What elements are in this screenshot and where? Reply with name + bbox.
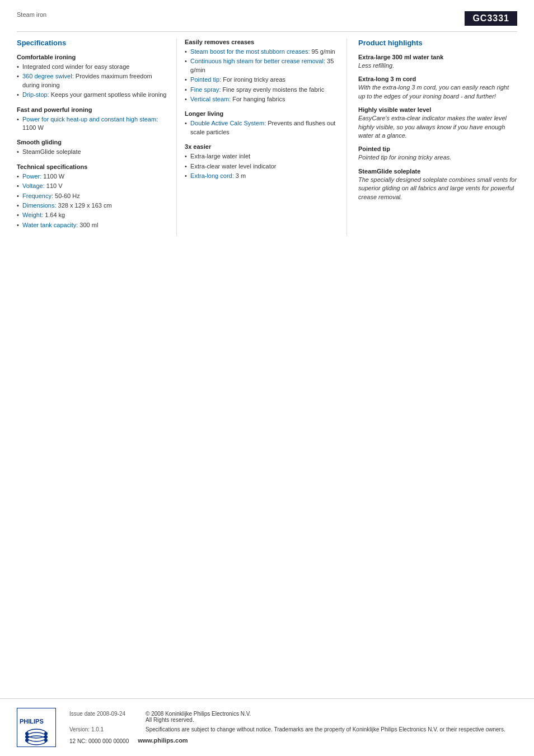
spec-group-gliding-title: Smooth gliding: [17, 139, 168, 145]
spec-link: Voltage:: [22, 182, 45, 189]
highlights-list: Extra-large 300 ml water tank Less refil…: [358, 54, 517, 201]
spec-link: Pointed tip:: [190, 76, 221, 83]
spec-link: Water tank capacity:: [22, 222, 78, 228]
spec-item: Continuous high steam for better crease …: [185, 57, 339, 74]
spec-item: Power: 1100 W: [17, 172, 168, 181]
spec-list-gliding: SteamGlide soleplate: [17, 148, 168, 156]
svg-point-6: [25, 735, 29, 739]
spec-group-creases: Easily removes creases Steam boost for t…: [185, 39, 339, 104]
svg-text:PHILIPS: PHILIPS: [20, 718, 44, 725]
spec-item: Frequency: 50-60 Hz: [17, 192, 168, 200]
features-column: Easily removes creases Steam boost for t…: [177, 39, 347, 236]
spec-item: Power for quick heat-up and constant hig…: [17, 115, 168, 133]
highlight-item-desc: The specially designed soleplate combine…: [358, 176, 517, 201]
spec-link: Extra-long cord:: [190, 172, 234, 179]
spec-link: Dimensions:: [22, 202, 57, 209]
spec-list-longer-living: Double Active Calc System: Prevents and …: [185, 119, 339, 137]
footer: PHILIPS Issue date 2008-09-24: [0, 698, 534, 756]
spec-group-longer-living-title: Longer living: [185, 110, 339, 117]
spec-item: Steam boost for the most stubborn crease…: [185, 48, 339, 56]
spec-item: Fine spray: Fine spray evenly moistens t…: [185, 86, 339, 94]
spec-item: Voltage: 110 V: [17, 182, 168, 190]
spec-group-comfortable-title: Comfortable ironing: [17, 54, 168, 60]
spec-item: Drip-stop: Keeps your garment spotless w…: [17, 91, 168, 99]
spec-link: Fine spray:: [190, 86, 221, 93]
highlight-item-title: SteamGlide soleplate: [358, 168, 517, 175]
spec-link: Power:: [22, 173, 41, 180]
footer-issue-row: Issue date 2008-09-24 © 2008 Koninklijke…: [69, 711, 517, 723]
spec-link: Drip-stop:: [22, 91, 49, 98]
spec-group-creases-title: Easily removes creases: [185, 39, 339, 45]
spec-item: Extra-long cord: 3 m: [185, 172, 339, 180]
spec-link: Weight:: [22, 212, 43, 218]
spec-item: SteamGlide soleplate: [17, 148, 168, 156]
product-label: Steam iron: [17, 11, 46, 18]
svg-point-10: [44, 739, 48, 742]
spec-group-comfortable: Comfortable ironing Integrated cord wind…: [17, 54, 168, 100]
footer-version-row: Version: 1.0.1 Specifications are subjec…: [69, 726, 517, 732]
spec-item: Extra-large water inlet: [185, 152, 339, 161]
highlight-item-title: Highly visible water level: [358, 106, 517, 113]
svg-point-9: [44, 735, 48, 739]
spec-group-technical-title: Technical specifications: [17, 163, 168, 170]
spec-item: 360 degree swivel: Provides maximum free…: [17, 72, 168, 90]
spec-link: Power for quick heat-up and constant hig…: [22, 116, 158, 123]
spec-item: Vertical steam: For hanging fabrics: [185, 95, 339, 104]
footer-version-label: Version: 1.0.1: [69, 726, 137, 732]
highlight-item-desc: Pointed tip for ironing tricky areas.: [358, 153, 517, 162]
spec-list-easier: Extra-large water inlet Extra-clear wate…: [185, 152, 339, 180]
svg-point-7: [25, 739, 29, 742]
specifications-title: Specifications: [17, 39, 168, 48]
spec-list-comfortable: Integrated cord winder for easy storage …: [17, 63, 168, 100]
spec-link: Continuous high steam for better crease …: [190, 58, 325, 64]
spec-group-powerful-title: Fast and powerful ironing: [17, 106, 168, 113]
spec-group-longer-living: Longer living Double Active Calc System:…: [185, 110, 339, 137]
highlight-item-desc: Less refilling.: [358, 62, 517, 70]
header-divider: [17, 31, 517, 32]
highlight-item-title: Pointed tip: [358, 145, 517, 152]
spec-group-easier-title: 3x easier: [185, 143, 339, 150]
philips-logo: PHILIPS: [17, 708, 56, 747]
highlight-item-soleplate: SteamGlide soleplate The specially desig…: [358, 168, 517, 201]
highlight-item-title: Extra-large 300 ml water tank: [358, 54, 517, 60]
highlight-item-desc: With the extra-long 3 m cord, you can ea…: [358, 83, 517, 101]
spec-list-technical: Power: 1100 W Voltage: 110 V Frequency: …: [17, 172, 168, 229]
spec-group-gliding: Smooth gliding SteamGlide soleplate: [17, 139, 168, 156]
footer-website: www.philips.com: [138, 737, 188, 744]
highlight-item-title: Extra-long 3 m cord: [358, 76, 517, 82]
highlight-item-water-tank: Extra-large 300 ml water tank Less refil…: [358, 54, 517, 70]
spec-list-powerful: Power for quick heat-up and constant hig…: [17, 115, 168, 133]
spec-link: Double Active Calc System:: [190, 120, 266, 126]
highlight-item-desc: EasyCare's extra-clear indicator makes t…: [358, 114, 517, 140]
spec-link: 360 degree swivel:: [22, 73, 74, 79]
spec-item: Dimensions: 328 x 129 x 163 cm: [17, 201, 168, 210]
footer-version-text: Specifications are subject to change wit…: [146, 726, 505, 732]
spec-item: Double Active Calc System: Prevents and …: [185, 119, 339, 137]
spec-item: Pointed tip: For ironing tricky areas: [185, 76, 339, 84]
svg-point-8: [44, 732, 48, 735]
highlight-item-pointed-tip: Pointed tip Pointed tip for ironing tric…: [358, 145, 517, 162]
spec-link: Vertical steam:: [190, 96, 231, 102]
spec-link: Frequency:: [22, 192, 53, 199]
spec-item: Integrated cord winder for easy storage: [17, 63, 168, 71]
footer-nc: 12 NC: 0000 000 00000: [69, 736, 129, 744]
highlights-title: Product highlights: [358, 39, 517, 48]
highlights-column: Product highlights Extra-large 300 ml wa…: [347, 39, 517, 236]
spec-group-easier: 3x easier Extra-large water inlet Extra-…: [185, 143, 339, 180]
footer-meta: Issue date 2008-09-24 © 2008 Koninklijke…: [69, 711, 517, 744]
footer-issue-label: Issue date 2008-09-24: [69, 711, 137, 717]
model-badge: GC3331: [465, 11, 517, 26]
spec-item: Water tank capacity: 300 ml: [17, 221, 168, 229]
highlight-item-cord: Extra-long 3 m cord With the extra-long …: [358, 76, 517, 101]
spec-link: Steam boost for the most stubborn crease…: [190, 48, 310, 55]
highlight-item-water-level: Highly visible water level EasyCare's ex…: [358, 106, 517, 140]
spec-group-technical: Technical specifications Power: 1100 W V…: [17, 163, 168, 229]
svg-point-5: [25, 732, 29, 735]
spec-item: Extra-clear water level indicator: [185, 162, 339, 171]
footer-copyright: © 2008 Koninklijke Philips Electronics N…: [146, 711, 251, 723]
footer-bottom-row: 12 NC: 0000 000 00000 www.philips.com: [69, 736, 517, 744]
spec-item: Weight: 1.64 kg: [17, 211, 168, 219]
specifications-column: Specifications Comfortable ironing Integ…: [17, 39, 177, 236]
spec-list-creases: Steam boost for the most stubborn crease…: [185, 48, 339, 104]
spec-group-powerful: Fast and powerful ironing Power for quic…: [17, 106, 168, 133]
